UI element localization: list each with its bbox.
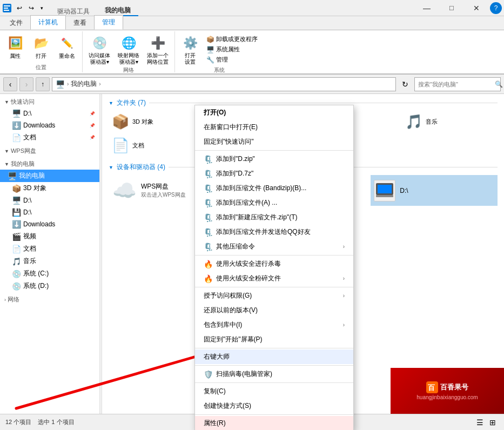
sidebar-item-d2[interactable]: 💾 D:\	[0, 206, 99, 218]
folder-music[interactable]: 🎵 音乐	[402, 111, 498, 133]
forward-button[interactable]: ›	[19, 77, 33, 91]
svg-text:百: 百	[428, 384, 435, 392]
ctx-right-key-master[interactable]: 右键大师	[195, 350, 353, 364]
ribbon-tab-file[interactable]: 文件	[2, 16, 30, 30]
ctx-huorong-scan[interactable]: 🔥使用火绒安全进行杀毒	[195, 257, 353, 271]
svg-rect-2	[4, 8, 8, 9]
close-button[interactable]: ✕	[464, 0, 489, 16]
ctx-add-newzip[interactable]: 🗜️添加到"新建压缩文件.zip"(T)	[195, 210, 353, 225]
sidebar-item-sysd[interactable]: 💿 系统 (D:)	[0, 280, 99, 292]
ribbon-group-network: 💿 访问媒体驱动器▾ 🌐 映射网络驱动器▾ ➕ 添加一个网络位置 网络	[83, 31, 175, 72]
ctx-grant-access[interactable]: 授予访问权限(G)›	[195, 288, 353, 303]
ribbon-tab-computer[interactable]: 计算机	[30, 15, 66, 30]
quick-access-toolbar: ↩ ↪ ▾	[14, 3, 45, 14]
open-settings-button[interactable]: ⚙️ 打开设置	[178, 33, 202, 66]
sidebar: ▼ 快速访问 🖥️ D:\ 📌 ⬇️ Downloads 📌 📄 文档 📌 ▼	[0, 94, 100, 414]
ctx-include-library[interactable]: 包含到库中(I)›	[195, 318, 353, 332]
uninstall-button[interactable]: 📦 卸载或更改程序	[204, 35, 260, 44]
watermark: 百 百香果号 huangjinbaixiangguo.com	[391, 368, 504, 414]
up-button[interactable]: ↑	[36, 77, 50, 91]
back-button[interactable]: ‹	[3, 77, 17, 91]
context-menu: 打开(O) 在新窗口中打开(E) 固定到"快速访问" 🗜️添加到"D.zip" …	[194, 105, 354, 430]
path-computer-icon: 🖥️	[56, 80, 65, 89]
ctx-restore-prev[interactable]: 还原以前的版本(V)	[195, 303, 353, 318]
add-network-button[interactable]: ➕ 添加一个网络位置	[144, 33, 171, 66]
ribbon-group-location: 🖼️ 属性 📂 打开 ✏️ 重命名 位置	[0, 31, 83, 72]
sidebar-item-docs-qa[interactable]: 📄 文档 📌	[0, 131, 99, 144]
ctx-other-compress[interactable]: 🗜️其他压缩命令 ›	[195, 239, 353, 254]
svg-rect-1	[4, 5, 10, 6]
ctx-open[interactable]: 打开(O)	[195, 105, 353, 120]
location-group-label: 位置	[3, 64, 79, 72]
redo-button[interactable]: ↪	[26, 3, 37, 14]
ctx-add-bandizip[interactable]: 🗜️添加到压缩文件 (Bandizip)(B)...	[195, 181, 353, 196]
help-icon[interactable]: ?	[490, 2, 502, 14]
search-icon: 🔍	[495, 80, 503, 88]
ctx-pin-start[interactable]: 固定到"开始"屏幕(P)	[195, 332, 353, 347]
svg-rect-10	[376, 195, 393, 197]
system-properties-button[interactable]: 🖥️ 系统属性	[204, 45, 260, 54]
sidebar-item-3d[interactable]: 📦 3D 对象	[0, 182, 99, 194]
ctx-scan-virus[interactable]: 🛡️扫描病毒(电脑管家)	[195, 367, 353, 381]
ctx-pin[interactable]: 固定到"快速访问"	[195, 135, 353, 149]
search-input[interactable]	[418, 81, 493, 88]
ctx-open-new[interactable]: 在新窗口中打开(E)	[195, 120, 353, 135]
undo-button[interactable]: ↩	[14, 3, 25, 14]
sidebar-item-downloads-qa[interactable]: ⬇️ Downloads 📌	[0, 119, 99, 131]
access-media-button[interactable]: 💿 访问媒体驱动器▾	[86, 33, 113, 66]
sidebar-item-docs[interactable]: 📄 文档	[0, 243, 99, 255]
title-tab-mypc[interactable]: 我的电脑	[97, 3, 138, 16]
rename-button[interactable]: ✏️ 重命名	[55, 33, 79, 61]
ribbon-tab-manage[interactable]: 管理	[94, 15, 123, 30]
svg-rect-9	[378, 185, 392, 193]
status-selected: 选中 1 个项目	[38, 418, 74, 426]
ctx-create-shortcut[interactable]: 创建快捷方式(S)	[195, 399, 353, 413]
open-button[interactable]: 📂 打开	[29, 33, 53, 61]
ribbon-group-system: ⚙️ 打开设置 📦 卸载或更改程序 🖥️ 系统属性 🔧 管理 系统	[175, 31, 263, 72]
maximize-button[interactable]: □	[439, 0, 464, 16]
title-tab-tools[interactable]: 驱动器工具	[50, 4, 97, 16]
ctx-copy[interactable]: 复制(C)	[195, 384, 353, 399]
window-icon	[2, 3, 12, 13]
sidebar-item-video[interactable]: 🎬 视频	[0, 230, 99, 243]
properties-button[interactable]: 🖼️ 属性	[3, 33, 27, 61]
sidebar-item-music[interactable]: 🎵 音乐	[0, 255, 99, 267]
refresh-button[interactable]: ↻	[398, 77, 412, 91]
sidebar-item-d-drive-qa[interactable]: 🖥️ D:\ 📌	[0, 107, 99, 119]
address-text[interactable]: 我的电脑	[71, 79, 97, 89]
network-group-label: 网络	[86, 66, 171, 75]
status-count: 12 个项目	[5, 418, 31, 426]
view-list-button[interactable]: ☰	[474, 416, 486, 428]
ctx-add-7z[interactable]: 🗜️添加到"D.7z"	[195, 166, 353, 181]
ctx-add-qq[interactable]: 🗜️添加到压缩文件并发送给QQ好友	[195, 225, 353, 239]
sidebar-section-wps[interactable]: ▼ WPS网盘	[0, 145, 99, 157]
system-group-label: 系统	[178, 66, 260, 75]
sidebar-item-d1[interactable]: 🖥️ D:\	[0, 194, 99, 206]
path-arrow: ›	[67, 81, 69, 87]
sidebar-item-sysc[interactable]: 💿 系统 (C:)	[0, 267, 99, 280]
ribbon-tab-view[interactable]: 查看	[66, 16, 94, 30]
folder-3d[interactable]: 📦 3D 对象	[109, 111, 204, 133]
sidebar-section-mypc[interactable]: ▼ 我的电脑	[0, 158, 99, 170]
folder-docs[interactable]: 📄 文档	[109, 135, 204, 156]
minimize-button[interactable]: —	[414, 0, 439, 16]
ctx-properties[interactable]: 属性(R)	[195, 416, 353, 430]
map-network-button[interactable]: 🌐 映射网络驱动器▾	[115, 33, 142, 66]
ctx-add-zip[interactable]: 🗜️添加到"D.zip"	[195, 152, 353, 166]
qa-dropdown-button[interactable]: ▾	[38, 3, 45, 14]
ctx-add-compress[interactable]: 🗜️添加到压缩文件(A) ...	[195, 196, 353, 210]
manage-button[interactable]: 🔧 管理	[204, 55, 260, 64]
view-grid-button[interactable]: ⊞	[487, 416, 499, 428]
svg-rect-3	[4, 10, 9, 11]
address-arrow: ›	[99, 81, 100, 87]
ctx-huorong-shred[interactable]: 🔥使用火绒安全粉碎文件 ›	[195, 271, 353, 286]
sidebar-section-quickaccess[interactable]: ▼ 快速访问	[0, 96, 99, 107]
sysd-drive[interactable]: D:\	[371, 175, 498, 206]
sidebar-item-mypc[interactable]: 🖥️ 我的电脑	[0, 170, 99, 182]
sidebar-section-network[interactable]: › 网络	[0, 294, 99, 305]
sidebar-item-downloads[interactable]: ⬇️ Downloads	[0, 218, 99, 230]
